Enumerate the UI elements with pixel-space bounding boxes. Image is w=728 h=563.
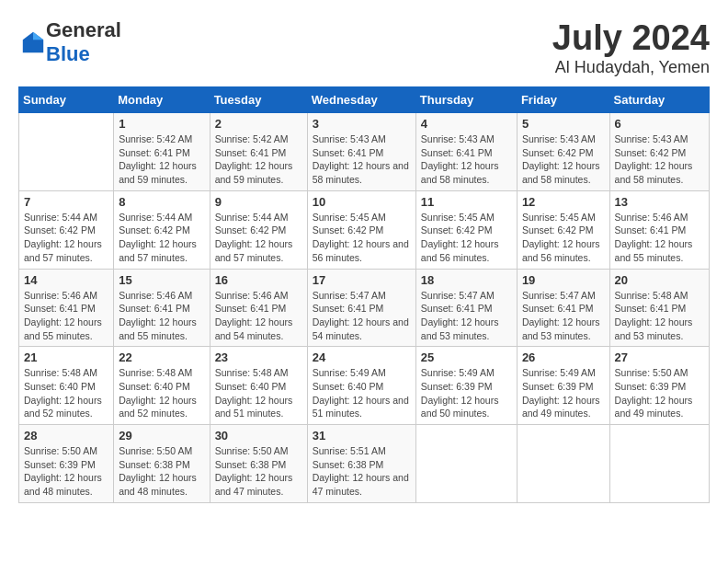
week-row-2: 7 Sunrise: 5:44 AMSunset: 6:42 PMDayligh… [19,190,710,269]
day-number: 5 [522,117,605,131]
week-row-1: 1 Sunrise: 5:42 AMSunset: 6:41 PMDayligh… [19,113,710,191]
svg-marker-1 [33,32,43,40]
day-info: Sunrise: 5:50 AMSunset: 6:38 PMDaylight:… [215,444,302,499]
day-number: 19 [522,273,605,287]
day-header-monday: Monday [114,87,210,113]
calendar-cell: 25 Sunrise: 5:49 AMSunset: 6:39 PMDaylig… [415,347,517,425]
day-info: Sunrise: 5:49 AMSunset: 6:39 PMDaylight:… [522,366,605,420]
calendar-cell: 30 Sunrise: 5:50 AMSunset: 6:38 PMDaylig… [210,425,307,503]
day-number: 16 [215,273,302,287]
calendar-cell: 8 Sunrise: 5:44 AMSunset: 6:42 PMDayligh… [114,190,210,269]
calendar-subtitle: Al Hudaydah, Yemen [552,58,710,77]
day-header-tuesday: Tuesday [210,87,307,113]
logo-general: General [46,18,121,41]
day-number: 6 [615,117,704,131]
title-block: July 2024 Al Hudaydah, Yemen [552,18,710,77]
day-number: 25 [421,350,512,364]
day-info: Sunrise: 5:43 AMSunset: 6:41 PMDaylight:… [421,132,512,187]
calendar-cell: 1 Sunrise: 5:42 AMSunset: 6:41 PMDayligh… [114,113,210,191]
day-number: 14 [24,273,108,287]
calendar-cell: 15 Sunrise: 5:46 AMSunset: 6:41 PMDaylig… [114,269,210,347]
day-info: Sunrise: 5:46 AMSunset: 6:41 PMDaylight:… [215,289,302,343]
day-info: Sunrise: 5:45 AMSunset: 6:42 PMDaylight:… [421,211,512,265]
calendar-cell: 16 Sunrise: 5:46 AMSunset: 6:41 PMDaylig… [210,269,307,347]
day-info: Sunrise: 5:48 AMSunset: 6:40 PMDaylight:… [119,366,204,420]
day-number: 10 [313,195,411,209]
day-info: Sunrise: 5:45 AMSunset: 6:42 PMDaylight:… [522,211,605,265]
day-info: Sunrise: 5:45 AMSunset: 6:42 PMDaylight:… [313,211,411,265]
logo: General Blue [18,18,121,66]
day-number: 13 [615,195,704,209]
calendar-cell: 13 Sunrise: 5:46 AMSunset: 6:41 PMDaylig… [609,190,709,269]
calendar-cell: 4 Sunrise: 5:43 AMSunset: 6:41 PMDayligh… [415,113,517,191]
day-info: Sunrise: 5:51 AMSunset: 6:38 PMDaylight:… [313,444,411,499]
day-number: 30 [215,429,302,442]
logo-icon [20,29,46,55]
day-info: Sunrise: 5:46 AMSunset: 6:41 PMDaylight:… [119,289,204,343]
day-info: Sunrise: 5:49 AMSunset: 6:39 PMDaylight:… [421,366,512,420]
calendar-cell: 31 Sunrise: 5:51 AMSunset: 6:38 PMDaylig… [307,425,415,503]
calendar-cell: 29 Sunrise: 5:50 AMSunset: 6:38 PMDaylig… [114,425,210,503]
day-number: 11 [421,195,512,209]
day-header-sunday: Sunday [19,87,114,113]
calendar-cell: 3 Sunrise: 5:43 AMSunset: 6:41 PMDayligh… [307,113,415,191]
day-number: 20 [615,273,704,287]
day-info: Sunrise: 5:48 AMSunset: 6:40 PMDaylight:… [24,366,108,420]
day-info: Sunrise: 5:43 AMSunset: 6:41 PMDaylight:… [313,132,411,187]
day-number: 9 [215,195,302,209]
day-info: Sunrise: 5:49 AMSunset: 6:40 PMDaylight:… [313,366,411,420]
day-info: Sunrise: 5:42 AMSunset: 6:41 PMDaylight:… [215,132,302,187]
day-number: 26 [522,350,605,364]
day-info: Sunrise: 5:47 AMSunset: 6:41 PMDaylight:… [522,289,605,343]
calendar-cell: 12 Sunrise: 5:45 AMSunset: 6:42 PMDaylig… [517,190,609,269]
calendar-cell: 17 Sunrise: 5:47 AMSunset: 6:41 PMDaylig… [307,269,415,347]
day-info: Sunrise: 5:44 AMSunset: 6:42 PMDaylight:… [119,211,204,265]
day-header-friday: Friday [517,87,609,113]
day-info: Sunrise: 5:47 AMSunset: 6:41 PMDaylight:… [313,289,411,343]
logo-blue: Blue [46,42,90,65]
day-info: Sunrise: 5:50 AMSunset: 6:39 PMDaylight:… [24,444,108,499]
day-info: Sunrise: 5:42 AMSunset: 6:41 PMDaylight:… [119,132,204,187]
day-info: Sunrise: 5:44 AMSunset: 6:42 PMDaylight:… [215,211,302,265]
day-number: 8 [119,195,204,209]
calendar-cell: 2 Sunrise: 5:42 AMSunset: 6:41 PMDayligh… [210,113,307,191]
day-info: Sunrise: 5:48 AMSunset: 6:40 PMDaylight:… [215,366,302,420]
day-info: Sunrise: 5:50 AMSunset: 6:38 PMDaylight:… [119,444,204,499]
calendar-cell: 5 Sunrise: 5:43 AMSunset: 6:42 PMDayligh… [517,113,609,191]
day-number: 24 [313,350,411,364]
day-number: 15 [119,273,204,287]
calendar-cell: 21 Sunrise: 5:48 AMSunset: 6:40 PMDaylig… [19,347,114,425]
day-header-wednesday: Wednesday [307,87,415,113]
day-number: 17 [313,273,411,287]
day-info: Sunrise: 5:48 AMSunset: 6:41 PMDaylight:… [615,289,704,343]
day-number: 12 [522,195,605,209]
calendar-cell: 26 Sunrise: 5:49 AMSunset: 6:39 PMDaylig… [517,347,609,425]
day-number: 2 [215,117,302,131]
day-number: 4 [421,117,512,131]
week-row-3: 14 Sunrise: 5:46 AMSunset: 6:41 PMDaylig… [19,269,710,347]
calendar-cell: 22 Sunrise: 5:48 AMSunset: 6:40 PMDaylig… [114,347,210,425]
calendar-cell: 18 Sunrise: 5:47 AMSunset: 6:41 PMDaylig… [415,269,517,347]
calendar-cell: 24 Sunrise: 5:49 AMSunset: 6:40 PMDaylig… [307,347,415,425]
calendar-cell: 14 Sunrise: 5:46 AMSunset: 6:41 PMDaylig… [19,269,114,347]
day-number: 31 [313,429,411,442]
day-info: Sunrise: 5:43 AMSunset: 6:42 PMDaylight:… [522,132,605,187]
day-info: Sunrise: 5:46 AMSunset: 6:41 PMDaylight:… [615,211,704,265]
calendar-cell: 7 Sunrise: 5:44 AMSunset: 6:42 PMDayligh… [19,190,114,269]
calendar-cell: 19 Sunrise: 5:47 AMSunset: 6:41 PMDaylig… [517,269,609,347]
calendar-cell: 6 Sunrise: 5:43 AMSunset: 6:42 PMDayligh… [609,113,709,191]
day-number: 29 [119,429,204,442]
day-header-thursday: Thursday [415,87,517,113]
calendar-cell: 11 Sunrise: 5:45 AMSunset: 6:42 PMDaylig… [415,190,517,269]
calendar-cell [517,425,609,503]
week-row-4: 21 Sunrise: 5:48 AMSunset: 6:40 PMDaylig… [19,347,710,425]
day-info: Sunrise: 5:44 AMSunset: 6:42 PMDaylight:… [24,211,108,265]
day-number: 3 [313,117,411,131]
week-row-5: 28 Sunrise: 5:50 AMSunset: 6:39 PMDaylig… [19,425,710,503]
calendar-cell: 28 Sunrise: 5:50 AMSunset: 6:39 PMDaylig… [19,425,114,503]
calendar-title: July 2024 [552,18,710,58]
header: General Blue July 2024 Al Hudaydah, Yeme… [18,18,710,77]
calendar-cell [19,113,114,191]
day-number: 28 [24,429,108,442]
day-info: Sunrise: 5:50 AMSunset: 6:39 PMDaylight:… [615,366,704,420]
